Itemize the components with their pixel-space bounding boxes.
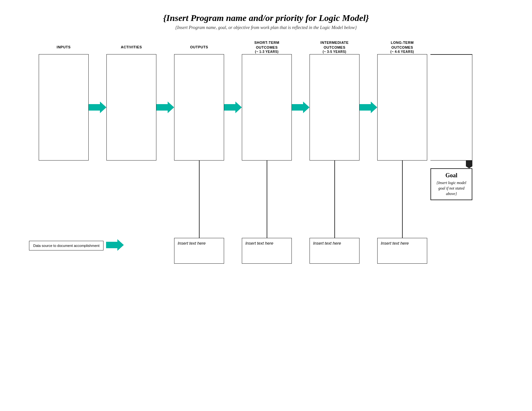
col-activities-box	[106, 54, 156, 161]
col-activities: ACTIVITIES	[106, 40, 156, 161]
col-intermediate: INTERMEDIATEOUTCOMES (~ 3-5 years)	[310, 40, 360, 161]
svg-marker-3	[292, 102, 310, 113]
vline-short-term	[267, 161, 267, 238]
col-intermediate-box	[310, 54, 360, 161]
diagram-area: INPUTS ACTIVITIES	[19, 40, 513, 330]
col-short-term: SHORT-TERMOUTCOMES (~ 1-3 years)	[242, 40, 292, 161]
columns-flex: INPUTS ACTIVITIES	[39, 40, 500, 200]
col-long-term-header: LONG-TERMOUTCOMES (~ 4-6 years)	[377, 40, 427, 54]
goal-connector-area	[430, 54, 472, 161]
col-short-term-box	[242, 54, 292, 161]
col-long-term-box	[377, 54, 427, 161]
title-section: {Insert Program name and/or priority for…	[19, 13, 513, 30]
down-arrow	[430, 161, 472, 168]
insert-text-box-long-term[interactable]: Insert text here	[377, 238, 427, 264]
svg-marker-1	[156, 102, 174, 113]
svg-marker-8	[106, 239, 124, 251]
col-intermediate-header: INTERMEDIATEOUTCOMES (~ 3-5 years)	[310, 40, 360, 54]
h-line-bottom	[430, 160, 472, 161]
vline-long-term	[402, 161, 403, 238]
data-source-row: Data source to document accomplishment	[29, 239, 124, 252]
arrow-5	[360, 40, 377, 161]
goal-box: Goal {Insert logic model goal if not sta…	[430, 168, 472, 200]
col-short-term-header: SHORT-TERMOUTCOMES (~ 1-3 years)	[242, 40, 292, 54]
arrow-4	[292, 40, 310, 161]
col-outputs-box	[174, 54, 224, 161]
insert-text-box-outputs[interactable]: Insert text here	[174, 238, 224, 264]
main-title: {Insert Program name and/or priority for…	[19, 13, 513, 23]
data-source-box: Data source to document accomplishment	[29, 241, 103, 250]
page: {Insert Program name and/or priority for…	[0, 0, 532, 411]
data-source-arrow	[106, 239, 124, 252]
insert-text-box-short-term[interactable]: Insert text here	[242, 238, 292, 264]
col-outputs-header: OUTPUTS	[174, 40, 224, 54]
subtitle: {Insert Program name, goal, or objective…	[19, 25, 513, 30]
svg-marker-4	[360, 102, 377, 113]
insert-text-box-intermediate[interactable]: Insert text here	[310, 238, 360, 264]
col-long-term: LONG-TERMOUTCOMES (~ 4-6 years)	[377, 40, 427, 161]
col-inputs-header: INPUTS	[39, 40, 89, 54]
col-outputs: OUTPUTS	[174, 40, 224, 161]
arrow-1	[89, 40, 106, 161]
h-line-top	[430, 54, 472, 55]
vline-outputs	[199, 161, 200, 238]
svg-marker-0	[89, 102, 106, 113]
col-inputs: INPUTS	[39, 40, 89, 161]
goal-area: Goal {Insert logic model goal if not sta…	[430, 40, 472, 200]
vline-intermediate	[334, 161, 335, 238]
goal-title: Goal	[435, 172, 468, 179]
goal-subtitle: {Insert logic model goal if not stated a…	[435, 180, 468, 196]
svg-marker-2	[224, 102, 242, 113]
arrow-3	[224, 40, 242, 161]
col-inputs-box	[39, 54, 89, 161]
v-line-right	[472, 54, 473, 161]
arrow-2	[156, 40, 174, 161]
col-activities-header: ACTIVITIES	[106, 40, 156, 54]
